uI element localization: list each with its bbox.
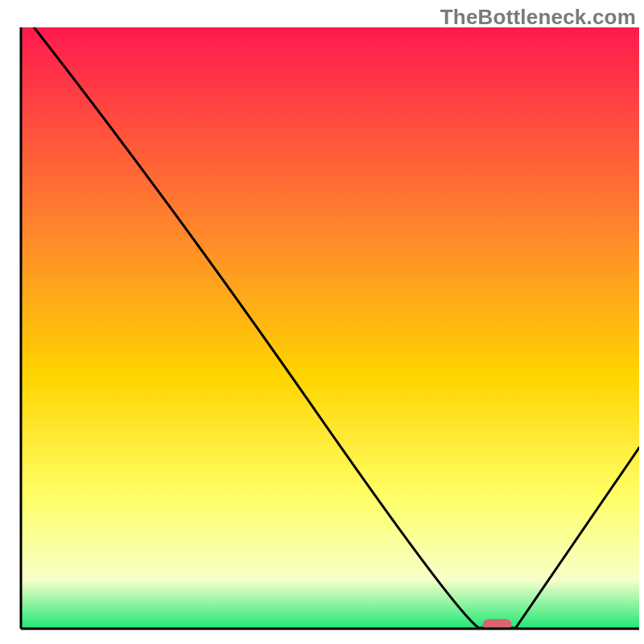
chart-svg (0, 0, 644, 644)
plot-background (22, 27, 639, 628)
watermark-text: TheBottleneck.com (440, 5, 636, 30)
chart-canvas: TheBottleneck.com (0, 0, 644, 644)
